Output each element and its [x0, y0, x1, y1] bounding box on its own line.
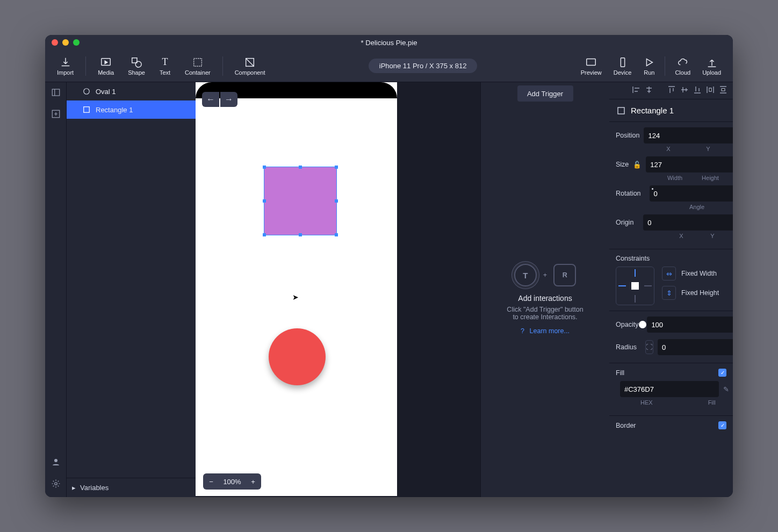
canvas[interactable]: ➤ ← → − 100% +	[196, 82, 480, 497]
cursor-icon: ➤	[292, 293, 299, 301]
import-tool[interactable]: Import	[53, 54, 78, 78]
close-window-button[interactable]	[52, 39, 58, 46]
distribute-v-icon[interactable]	[719, 85, 727, 96]
svg-point-2	[135, 61, 141, 67]
zoom-window-button[interactable]	[73, 39, 80, 46]
left-rail	[45, 82, 67, 497]
app-window: * Delicious Pie.pie Import Media Shape T…	[45, 35, 733, 497]
rotation-input[interactable]	[650, 185, 733, 202]
oval-icon	[83, 88, 90, 95]
cloud-icon	[677, 56, 689, 68]
arrow-left-icon: ←	[206, 95, 215, 104]
minimize-window-button[interactable]	[62, 39, 69, 46]
interactions-panel: Add Trigger T + R Add interactions Click…	[480, 82, 609, 497]
zoom-in-button[interactable]: +	[245, 473, 261, 490]
origin-x-input[interactable]	[643, 214, 733, 231]
arrow-right-icon: →	[225, 95, 233, 104]
border-enabled-checkbox[interactable]: ✓	[718, 421, 726, 429]
fill-enabled-checkbox[interactable]: ✓	[718, 369, 726, 377]
upload-button[interactable]: Upload	[698, 54, 725, 78]
trigger-icon: T	[514, 264, 537, 286]
upload-icon	[706, 56, 718, 68]
constraints-label: Constraints	[616, 255, 726, 262]
variables-panel-toggle[interactable]: ▸ Variables	[67, 478, 196, 497]
position-label: Position	[616, 132, 639, 139]
container-tool[interactable]: Container	[181, 54, 215, 78]
device-selector[interactable]: iPhone 11 Pro / X 375 x 812	[369, 59, 478, 73]
help-icon: ?	[521, 327, 524, 335]
device-icon	[617, 56, 629, 68]
back-button[interactable]: ←	[202, 92, 219, 107]
text-tool[interactable]: T Text	[155, 54, 175, 78]
fixed-height-icon: ⇕	[662, 286, 676, 300]
media-icon	[100, 56, 112, 68]
alignment-tools	[609, 82, 733, 99]
chevron-right-icon: ▸	[72, 484, 76, 492]
svg-rect-13	[618, 107, 624, 114]
plus-icon: +	[543, 271, 547, 279]
run-icon	[643, 56, 655, 68]
width-input[interactable]	[646, 156, 733, 172]
media-tool[interactable]: Media	[93, 54, 118, 78]
position-x-input[interactable]	[644, 127, 733, 143]
svg-rect-3	[193, 58, 201, 66]
account-icon[interactable]	[51, 457, 61, 469]
fill-hex-input[interactable]	[620, 381, 719, 397]
forward-button[interactable]: →	[220, 92, 237, 107]
layer-oval[interactable]: Oval 1	[67, 82, 196, 100]
origin-grid[interactable]	[638, 215, 639, 229]
layer-rectangle[interactable]: Rectangle 1	[67, 100, 196, 119]
fixed-height-toggle[interactable]: ⇕ Fixed Height	[662, 286, 719, 300]
rect-icon	[83, 106, 90, 113]
import-icon	[60, 56, 71, 68]
zoom-value[interactable]: 100%	[219, 473, 245, 490]
opacity-input[interactable]	[647, 317, 733, 333]
component-icon	[244, 56, 256, 68]
fill-label: Fill	[616, 369, 624, 377]
lock-aspect-icon[interactable]: 🔓	[633, 161, 642, 169]
learn-more-link[interactable]: ? Learn more...	[521, 327, 570, 335]
svg-point-10	[54, 483, 57, 485]
shape-tool[interactable]: Shape	[124, 54, 149, 78]
radius-label: Radius	[616, 343, 637, 351]
device-button[interactable]: Device	[609, 54, 636, 78]
align-top-icon[interactable]	[667, 85, 676, 96]
svg-point-9	[54, 459, 57, 462]
device-notch	[249, 82, 343, 98]
add-trigger-button[interactable]: Add Trigger	[517, 85, 573, 102]
layers-panel: Oval 1 Rectangle 1 ▸ Variables	[67, 82, 196, 497]
align-bottom-icon[interactable]	[693, 85, 702, 96]
align-center-h-icon[interactable]	[645, 85, 653, 96]
svg-rect-5	[587, 59, 596, 65]
align-left-icon[interactable]	[632, 85, 640, 96]
zoom-out-button[interactable]: −	[203, 473, 219, 490]
border-label: Border	[616, 422, 636, 429]
radius-input[interactable]	[658, 339, 733, 355]
distribute-h-icon[interactable]	[706, 85, 715, 96]
svg-point-11	[84, 89, 90, 95]
settings-icon[interactable]	[51, 479, 61, 491]
artboard[interactable]: ➤	[196, 82, 397, 496]
eyedropper-icon[interactable]: ✎	[723, 385, 729, 393]
selection-name: Rectangle 1	[609, 99, 733, 122]
rotation-label: Rotation	[616, 190, 641, 197]
cloud-button[interactable]: Cloud	[671, 54, 695, 78]
preview-button[interactable]: Preview	[577, 54, 606, 78]
run-button[interactable]: Run	[639, 54, 659, 78]
text-icon: T	[159, 56, 171, 68]
align-middle-icon[interactable]	[680, 85, 689, 96]
shape-icon	[131, 56, 142, 68]
canvas-rectangle[interactable]	[264, 167, 336, 235]
component-tool[interactable]: Component	[230, 54, 270, 78]
add-panel-icon[interactable]	[51, 109, 61, 121]
svg-rect-7	[52, 89, 60, 96]
origin-label: Origin	[616, 219, 633, 226]
fixed-width-icon: ⇔	[662, 267, 676, 281]
content-area: Oval 1 Rectangle 1 ▸ Variables	[45, 82, 733, 497]
radius-expand-icon[interactable]: ⛶	[645, 340, 653, 354]
panels-icon[interactable]	[51, 88, 61, 99]
canvas-oval[interactable]	[269, 328, 326, 385]
constraints-pin-box[interactable]	[616, 267, 654, 305]
fixed-width-toggle[interactable]: ⇔ Fixed Width	[662, 267, 719, 281]
zoom-control: − 100% +	[203, 473, 261, 490]
